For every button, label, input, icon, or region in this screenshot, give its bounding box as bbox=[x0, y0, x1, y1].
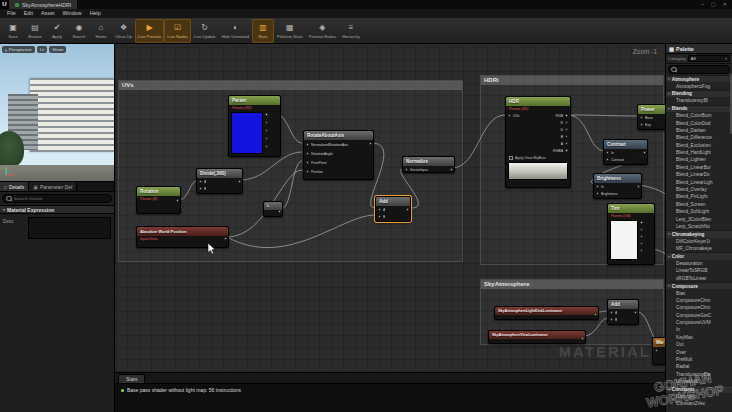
palette-row[interactable]: ▾ Over bbox=[666, 348, 732, 355]
node-mie-sky[interactable]: Mie Sky bbox=[652, 337, 665, 365]
node-add[interactable]: Add A B bbox=[375, 196, 411, 222]
palette-row[interactable]: ▾ ComposureGetC bbox=[666, 312, 732, 319]
pin-a[interactable]: A bbox=[376, 206, 410, 213]
palette-row[interactable]: ▾ Blend_LinearLigh bbox=[666, 178, 732, 185]
palette-row[interactable]: ▾ Composure bbox=[666, 282, 732, 289]
palette-row[interactable]: ▾ In bbox=[666, 326, 732, 333]
palette-row[interactable]: ▾ sRGBToLinear bbox=[666, 275, 732, 282]
viewport-lit-dropdown[interactable]: Lit bbox=[37, 46, 48, 53]
palette-row[interactable]: ▾ Blending bbox=[666, 90, 732, 97]
node-rotation-param[interactable]: Rotation Param (S) bbox=[136, 186, 181, 214]
palette-row[interactable]: ▾ Blend_Screen bbox=[666, 201, 732, 208]
comment-title[interactable]: HDRi bbox=[481, 76, 663, 85]
palette-row[interactable]: ▾ Blend_SoftLight bbox=[666, 208, 732, 215]
toolbar-button[interactable]: ▣ Save bbox=[2, 19, 24, 43]
pin-contrast[interactable]: Contrast bbox=[604, 156, 647, 163]
toolbar-button[interactable]: ▶ Live Preview bbox=[135, 19, 164, 43]
pin-r[interactable] bbox=[640, 228, 643, 231]
pin-b[interactable]: B bbox=[197, 185, 242, 192]
palette-row[interactable]: ▾ Desaturation bbox=[666, 260, 732, 267]
node-param-vector[interactable]: Param Param (2D) bbox=[228, 95, 281, 157]
palette-row[interactable]: ▾ ComposureChro bbox=[666, 304, 732, 311]
pin-base[interactable]: Base bbox=[638, 114, 665, 121]
pin-vectorinput[interactable]: VectorInput bbox=[403, 166, 454, 173]
pin-in[interactable]: In bbox=[594, 183, 641, 190]
palette-row[interactable]: ▾ Blend_Lighten bbox=[666, 156, 732, 163]
palette-row[interactable]: ▾ TranslucencyBla bbox=[666, 371, 732, 378]
node-divide[interactable]: Divide(,360) A B bbox=[196, 168, 243, 194]
comment-title[interactable]: SkyAtmosphere bbox=[481, 280, 663, 289]
pin-pivotpoint[interactable]: PivotPoint bbox=[304, 158, 373, 167]
pin-b[interactable]: B bbox=[608, 316, 638, 323]
pin-g[interactable]: G bbox=[544, 126, 570, 133]
pin-rotationangle[interactable]: RotationAngle bbox=[304, 149, 373, 158]
node-l-reroute[interactable]: L bbox=[263, 201, 283, 217]
desc-field[interactable] bbox=[28, 217, 111, 239]
toolbar-button[interactable]: ▥ Stats bbox=[252, 19, 274, 43]
pin-output[interactable] bbox=[581, 337, 584, 340]
palette-row[interactable]: ▾ Blend_Overlay bbox=[666, 186, 732, 193]
toolbar-button[interactable]: ◉ Search bbox=[68, 19, 90, 43]
pin-output[interactable] bbox=[406, 208, 409, 211]
tab-details[interactable]: ≡ Details bbox=[0, 182, 29, 191]
pin-output[interactable] bbox=[176, 199, 179, 202]
pin-rgb[interactable]: RGB bbox=[544, 112, 570, 119]
tab-stats[interactable]: Stats bbox=[118, 374, 145, 383]
toolbar-button[interactable]: ❖ Clean Up bbox=[112, 19, 135, 43]
palette-row[interactable]: ▾ Blend_Difference bbox=[666, 134, 732, 141]
palette-search-input[interactable] bbox=[679, 67, 727, 72]
palette-row[interactable]: ▾ Blend_LinearDo bbox=[666, 171, 732, 178]
node-normalize[interactable]: Normalize VectorInput bbox=[402, 156, 455, 173]
menu-item[interactable]: Asset bbox=[37, 9, 58, 18]
palette-row[interactable]: ▾ Blend_HardLight bbox=[666, 149, 732, 156]
pin-normalizedrotationaxis[interactable]: NormalizedRotationAxis bbox=[304, 140, 373, 149]
pin-output[interactable] bbox=[278, 210, 281, 213]
pin-a[interactable]: A bbox=[197, 178, 242, 185]
palette-row[interactable]: ▾ Blend_Exclusion bbox=[666, 142, 732, 149]
palette-row[interactable]: ▾ Blends bbox=[666, 105, 732, 112]
palette-row[interactable]: ▾ Lerp_3ColorBlen bbox=[666, 215, 732, 222]
node-rotateaboutaxis[interactable]: RotateAboutAxis NormalizedRotationAxis R… bbox=[303, 130, 374, 180]
palette-header[interactable]: ▦ Palette bbox=[666, 44, 732, 54]
palette-row[interactable]: ▾ Constant bbox=[666, 393, 732, 400]
palette-row[interactable]: ▾ UnpreMult bbox=[666, 378, 732, 385]
pin-g[interactable] bbox=[640, 235, 643, 238]
node-tint-vector-param[interactable]: Tint Param (V4) bbox=[607, 203, 655, 265]
maximize-icon[interactable]: ▢ bbox=[711, 0, 716, 9]
toolbar-button[interactable]: ≡ Hierarchy bbox=[339, 19, 363, 43]
viewport-mode-dropdown[interactable]: ◣ Perspective bbox=[2, 46, 35, 53]
window-tab[interactable]: SkyAtmosphereHDRI bbox=[9, 0, 78, 9]
details-search-input[interactable] bbox=[14, 196, 108, 201]
palette-row[interactable]: ▾ Constant2Vec bbox=[666, 400, 732, 407]
toolbar-button[interactable]: ▤ Browse bbox=[24, 19, 46, 43]
palette-row[interactable]: ▾ Atmosphere bbox=[666, 75, 732, 82]
comment-title[interactable]: UVs bbox=[119, 81, 462, 90]
node-power[interactable]: Power Base Exp bbox=[637, 104, 665, 130]
palette-row[interactable]: ▾ Blend_LinearBur bbox=[666, 164, 732, 171]
pin-output[interactable] bbox=[643, 151, 646, 154]
toolbar-button[interactable]: ◐ Hide Unrelated bbox=[219, 19, 252, 43]
pin-rgba[interactable]: RGBA bbox=[544, 147, 570, 154]
node-skyatmosphere-view-luminance[interactable]: SkyAtmosphereViewLuminance bbox=[488, 330, 586, 344]
pin-a[interactable] bbox=[265, 145, 268, 148]
node-hdr-texture-param[interactable]: HDR Param (2D) UVs RGB R G B A RGBA Appl… bbox=[505, 96, 571, 188]
apply-view-mipbias-checkbox[interactable]: Apply View MipBias bbox=[506, 154, 570, 161]
toolbar-button[interactable]: ▦ Platform Stats bbox=[274, 19, 306, 43]
pin-b[interactable]: B bbox=[544, 133, 570, 140]
category-dropdown[interactable]: All ▾ bbox=[688, 55, 730, 62]
pin-a[interactable] bbox=[640, 249, 643, 252]
toolbar-button[interactable]: ☑ Live Nodes bbox=[164, 19, 190, 43]
pin-brightness[interactable]: Brightness bbox=[594, 190, 641, 197]
viewport-show-dropdown[interactable]: Show bbox=[49, 46, 66, 53]
node-contrast[interactable]: Contrast In Contrast bbox=[603, 139, 648, 165]
pin-input[interactable] bbox=[653, 347, 665, 354]
graph-canvas[interactable]: Zoom -1 MATERIAL UVs HDRi SkyAtmosphere … bbox=[115, 44, 665, 372]
toolbar-button[interactable]: ✔ Apply bbox=[46, 19, 68, 43]
palette-row[interactable]: ▾ Blend_Darken bbox=[666, 127, 732, 134]
palette-row[interactable]: ▾ ComposureUVM bbox=[666, 319, 732, 326]
details-section-material-expression[interactable]: ▾ Material Expression bbox=[0, 205, 114, 214]
palette-row[interactable]: ▾ LinearToSRGB bbox=[666, 267, 732, 274]
close-icon[interactable]: ✕ bbox=[723, 0, 727, 9]
palette-row[interactable]: ▾ DiffColorKeyer1i bbox=[666, 238, 732, 245]
pin-in[interactable]: In bbox=[604, 149, 647, 156]
